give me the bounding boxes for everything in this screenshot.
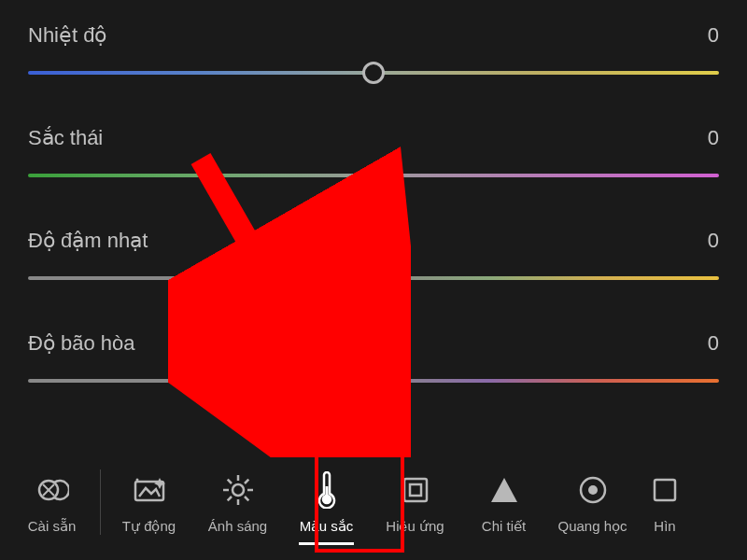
optics-icon [577, 469, 609, 511]
svg-rect-20 [655, 480, 675, 500]
svg-point-4 [135, 478, 138, 481]
slider-track-tint[interactable] [28, 164, 719, 187]
presets-icon [35, 469, 69, 511]
svg-point-5 [233, 484, 244, 496]
tool-auto[interactable]: Tự động [105, 455, 193, 549]
slider-handle-saturation[interactable] [362, 370, 385, 392]
active-tab-underline [299, 542, 354, 545]
slider-value-vibrance[interactable]: 0 [708, 229, 719, 253]
svg-rect-16 [404, 479, 427, 501]
slider-value-saturation[interactable]: 0 [708, 331, 719, 356]
tool-detail[interactable]: Chi tiết [459, 455, 548, 549]
tool-light[interactable]: Ánh sáng [193, 455, 282, 549]
auto-icon [132, 469, 167, 511]
tool-effects[interactable]: Hiệu ứng [371, 455, 459, 549]
svg-line-12 [227, 497, 231, 500]
slider-track-temperature[interactable] [28, 62, 719, 84]
slider-vibrance: Độ đậm nhạt 0 [28, 229, 719, 289]
detail-icon [489, 469, 519, 511]
slider-label-saturation: Độ bão hòa [28, 331, 135, 356]
tool-label-auto: Tự động [122, 518, 176, 535]
tool-label-detail: Chi tiết [482, 518, 526, 535]
svg-line-11 [245, 497, 248, 500]
svg-line-10 [227, 480, 231, 483]
slider-label-tint: Sắc thái [28, 126, 103, 150]
bottom-toolbar: Cài sẵn Tự động [0, 443, 747, 560]
slider-saturation: Độ bão hòa 0 [28, 331, 719, 392]
tool-label-light: Ánh sáng [208, 518, 267, 534]
slider-value-temperature[interactable]: 0 [708, 23, 719, 48]
tool-color[interactable]: Màu sắc [282, 455, 371, 549]
tool-label-effects: Hiệu ứng [386, 518, 444, 535]
slider-label-vibrance: Độ đậm nhạt [28, 229, 148, 253]
light-icon [221, 469, 255, 511]
tool-presets[interactable]: Cài sẵn [7, 455, 96, 549]
slider-label-temperature: Nhiệt độ [28, 23, 106, 48]
svg-point-19 [588, 485, 598, 495]
tool-optics[interactable]: Quang học [548, 455, 637, 549]
tool-label-optics: Quang học [557, 518, 627, 535]
tool-label-geometry: Hìn [654, 518, 675, 534]
geometry-icon [650, 469, 680, 511]
slider-handle-temperature[interactable] [362, 62, 385, 84]
tool-label-presets: Cài sẵn [28, 518, 77, 535]
slider-temperature: Nhiệt độ 0 [28, 23, 719, 84]
slider-handle-tint[interactable] [362, 164, 385, 187]
tool-geometry[interactable]: Hìn [637, 455, 693, 549]
slider-handle-vibrance[interactable] [362, 267, 385, 289]
slider-track-vibrance[interactable] [28, 267, 719, 289]
slider-track-saturation[interactable] [28, 370, 719, 392]
slider-value-tint[interactable]: 0 [708, 126, 719, 150]
tool-label-color: Màu sắc [300, 518, 353, 535]
thermometer-icon [315, 469, 339, 511]
svg-line-13 [245, 480, 248, 483]
toolbar-divider [100, 469, 101, 535]
svg-rect-17 [410, 484, 421, 496]
effects-icon [401, 469, 430, 511]
color-adjustments-panel: Nhiệt độ 0 Sắc thái 0 Độ đậm nhạt 0 Độ b… [0, 0, 747, 392]
slider-tint: Sắc thái 0 [28, 126, 719, 187]
